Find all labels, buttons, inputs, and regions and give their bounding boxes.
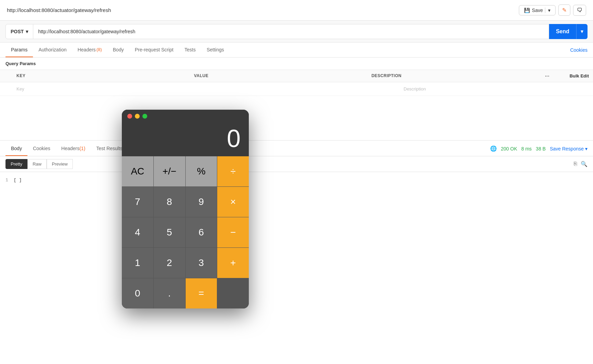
comment-button[interactable]: 🗨 — [573, 5, 586, 16]
tab-tests[interactable]: Tests — [179, 43, 201, 57]
code-area: 1 [ ] — [0, 172, 593, 223]
response-tab-headers-label: Headers — [61, 146, 80, 151]
search-icon[interactable]: 🔍 — [581, 161, 588, 167]
tab-tests-label: Tests — [185, 47, 196, 52]
spacer — [0, 96, 593, 141]
calc-key-7[interactable]: 7 — [122, 187, 153, 217]
calc-minimize-button[interactable] — [135, 114, 140, 119]
request-tabs: Params Authorization Headers (8) Body Pr… — [5, 43, 230, 57]
response-headers-badge: (1) — [79, 146, 85, 151]
calc-key-equals[interactable]: = — [186, 278, 217, 308]
tab-params-label: Params — [11, 47, 27, 52]
tab-prerequest[interactable]: Pre-request Script — [129, 43, 179, 57]
method-chevron: ▾ — [26, 29, 28, 34]
url-bar: POST ▾ Send ▾ — [0, 21, 593, 43]
calc-grid: AC +/− % ÷ 7 8 9 × 4 5 6 − 1 2 3 + 0 . = — [122, 156, 249, 308]
tab-body[interactable]: Body — [107, 43, 129, 57]
response-tab-body-label: Body — [11, 146, 22, 151]
format-preview[interactable]: Preview — [47, 159, 73, 169]
calc-titlebar — [122, 110, 249, 123]
top-bar: http://localhost:8080/actuator/gateway/r… — [0, 0, 593, 21]
save-response-button[interactable]: Save Response ▾ — [550, 146, 588, 151]
th-bulk-edit[interactable]: Bulk Edit — [566, 70, 593, 82]
response-tab-tests-label: Test Results — [96, 146, 123, 151]
row-value[interactable] — [206, 82, 399, 96]
calc-display: 0 — [122, 123, 249, 156]
calc-key-4[interactable]: 4 — [122, 217, 153, 247]
calc-key-percent[interactable]: % — [186, 156, 217, 186]
body-actions: ⎘ 🔍 — [574, 161, 588, 167]
row-desc[interactable]: Description — [399, 82, 593, 96]
row-checkbox[interactable] — [0, 82, 12, 96]
response-tabs-row: Body Cookies Headers (1) Test Results 🌐 … — [0, 141, 593, 156]
format-raw[interactable]: Raw — [27, 159, 47, 169]
send-button[interactable]: Send ▾ — [549, 24, 588, 39]
line-1: 1 — [5, 178, 8, 183]
tab-authorization[interactable]: Authorization — [33, 43, 72, 57]
save-chevron[interactable]: ▾ — [545, 8, 550, 13]
table-row: Key Description — [0, 82, 593, 96]
calc-key-multiply[interactable]: × — [217, 187, 249, 217]
calc-key-ac[interactable]: AC — [122, 156, 153, 186]
calc-key-minus[interactable]: − — [217, 217, 249, 247]
edit-icon: ✎ — [562, 7, 567, 13]
calc-display-value: 0 — [227, 125, 241, 152]
body-format-row: Pretty Raw Preview ⎘ 🔍 — [0, 156, 593, 172]
tab-authorization-label: Authorization — [38, 47, 67, 52]
th-key: KEY — [12, 70, 190, 82]
status-badge: 200 OK — [501, 146, 517, 151]
calc-key-9[interactable]: 9 — [186, 187, 217, 217]
calc-key-2[interactable]: 2 — [154, 248, 185, 278]
calc-key-3[interactable]: 3 — [186, 248, 217, 278]
response-tab-cookies[interactable]: Cookies — [27, 141, 56, 156]
calc-key-dot[interactable]: . — [154, 278, 185, 308]
tab-settings-label: Settings — [207, 47, 224, 52]
response-tab-body[interactable]: Body — [5, 141, 27, 156]
tab-prerequest-label: Pre-request Script — [135, 47, 174, 52]
save-label: Save — [532, 8, 543, 13]
calc-maximize-button[interactable] — [142, 114, 147, 119]
response-tabs: Body Cookies Headers (1) Test Results — [5, 141, 128, 156]
response-tab-cookies-label: Cookies — [33, 146, 50, 151]
table-header: KEY VALUE DESCRIPTION ··· Bulk Edit — [0, 70, 593, 82]
tab-headers[interactable]: Headers (8) — [72, 43, 107, 57]
method-label: POST — [11, 29, 24, 34]
request-tabs-row: Params Authorization Headers (8) Body Pr… — [0, 43, 593, 58]
calc-key-1[interactable]: 1 — [122, 248, 153, 278]
more-icon[interactable]: ··· — [545, 73, 549, 79]
response-tab-headers[interactable]: Headers (1) — [56, 141, 91, 156]
calc-key-0[interactable]: 0 — [122, 278, 153, 308]
th-value: VALUE — [190, 70, 367, 82]
calc-key-sign[interactable]: +/− — [154, 156, 185, 186]
tab-headers-label: Headers — [78, 47, 96, 52]
edit-button[interactable]: ✎ — [558, 4, 570, 16]
save-response-chevron: ▾ — [585, 146, 588, 151]
method-dropdown[interactable]: POST ▾ — [5, 24, 33, 39]
calc-close-button[interactable] — [127, 114, 132, 119]
row-key[interactable]: Key — [12, 82, 206, 96]
calculator-window: 0 AC +/− % ÷ 7 8 9 × 4 5 6 − 1 2 3 + 0 .… — [122, 110, 249, 308]
calc-key-8[interactable]: 8 — [154, 187, 185, 217]
calc-key-5[interactable]: 5 — [154, 217, 185, 247]
calc-key-divide[interactable]: ÷ — [217, 156, 249, 186]
save-button[interactable]: 💾 Save ▾ — [519, 5, 556, 15]
cookies-link[interactable]: Cookies — [570, 47, 588, 53]
tab-params[interactable]: Params — [5, 43, 33, 57]
line-numbers: 1 — [5, 178, 8, 218]
format-pretty[interactable]: Pretty — [5, 159, 27, 169]
calc-key-6[interactable]: 6 — [186, 217, 217, 247]
calc-key-plus[interactable]: + — [217, 248, 249, 278]
response-time: 8 ms — [521, 146, 532, 151]
query-params-label: Query Params — [0, 58, 593, 70]
tab-settings[interactable]: Settings — [201, 43, 230, 57]
code-content: [ ] — [14, 178, 22, 218]
url-input[interactable] — [33, 24, 549, 39]
headers-badge: (8) — [96, 47, 102, 52]
top-bar-actions: 💾 Save ▾ ✎ 🗨 — [519, 4, 586, 16]
copy-icon[interactable]: ⎘ — [574, 161, 577, 167]
th-actions: ··· — [545, 70, 566, 82]
th-description: DESCRIPTION — [367, 70, 545, 82]
response-section: Body Cookies Headers (1) Test Results 🌐 … — [0, 141, 593, 223]
send-chevron[interactable]: ▾ — [576, 24, 588, 39]
save-icon: 💾 — [524, 8, 530, 13]
